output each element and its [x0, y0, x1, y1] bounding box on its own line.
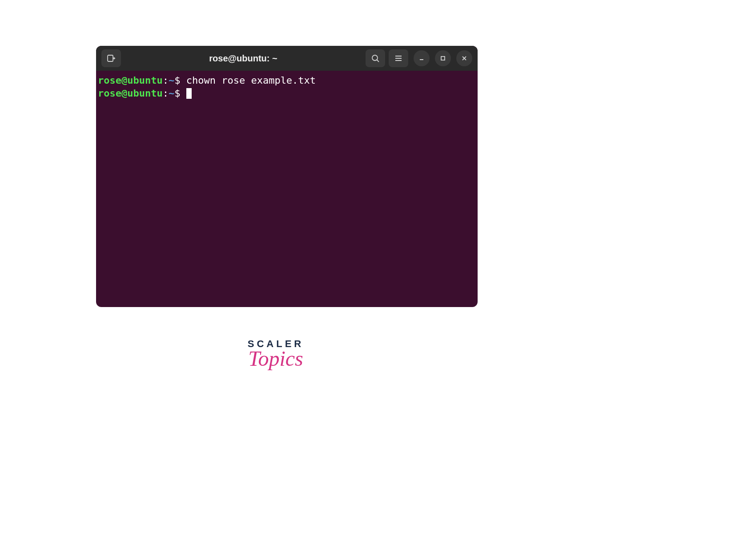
prompt-path: ~ — [169, 87, 174, 100]
prompt-path: ~ — [169, 74, 174, 87]
prompt-symbol: $ — [174, 74, 186, 87]
new-tab-button[interactable] — [101, 49, 121, 67]
svg-point-3 — [372, 55, 378, 61]
prompt-symbol: $ — [174, 87, 186, 100]
prompt-user: rose@ubuntu — [98, 74, 163, 87]
svg-rect-0 — [108, 55, 113, 61]
terminal-line: rose@ubuntu:~$ — [98, 87, 476, 100]
maximize-icon — [440, 55, 446, 61]
search-button[interactable] — [366, 49, 385, 67]
window-title: rose@ubuntu: ~ — [125, 53, 362, 64]
prompt-separator: : — [163, 87, 169, 100]
search-icon — [371, 54, 380, 63]
terminal-window: rose@ubuntu: ~ — [96, 46, 478, 307]
logo-text-secondary: Topics — [231, 346, 320, 371]
svg-rect-9 — [441, 57, 445, 60]
minimize-icon — [418, 55, 425, 61]
maximize-button[interactable] — [435, 50, 451, 66]
terminal-body[interactable]: rose@ubuntu:~$ chown rose example.txt ro… — [96, 71, 478, 307]
prompt-user: rose@ubuntu — [98, 87, 163, 100]
titlebar: rose@ubuntu: ~ — [96, 46, 478, 71]
cursor — [186, 88, 192, 99]
minimize-button[interactable] — [414, 50, 430, 66]
hamburger-icon — [394, 54, 403, 63]
close-button[interactable] — [456, 50, 472, 66]
prompt-separator: : — [163, 74, 169, 87]
svg-line-4 — [377, 60, 379, 62]
command-text: chown rose example.txt — [186, 74, 316, 87]
terminal-line: rose@ubuntu:~$ chown rose example.txt — [98, 74, 476, 87]
close-icon — [461, 55, 467, 61]
brand-logo: SCALER Topics — [231, 338, 320, 371]
menu-button[interactable] — [389, 49, 408, 67]
new-tab-icon — [107, 54, 116, 63]
